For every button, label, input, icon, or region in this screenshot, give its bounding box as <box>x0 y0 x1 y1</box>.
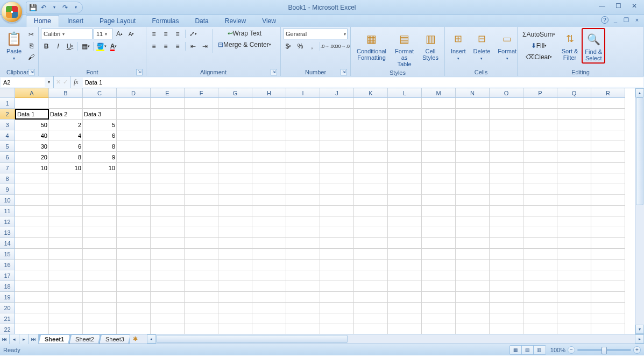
cell-L9[interactable] <box>388 184 422 195</box>
cell-D6[interactable] <box>117 152 151 163</box>
cell-K12[interactable] <box>354 216 388 227</box>
redo-icon[interactable]: ↷ <box>61 3 69 12</box>
cell-M19[interactable] <box>422 292 456 303</box>
increase-decimal-button[interactable]: .0→.00 <box>322 41 335 52</box>
cell-O15[interactable] <box>490 249 523 260</box>
tab-formulas[interactable]: Formulas <box>144 15 187 27</box>
cell-I21[interactable] <box>286 313 320 324</box>
cell-Q11[interactable] <box>557 206 591 216</box>
scroll-left-button[interactable]: ◂ <box>147 334 156 344</box>
cell-K18[interactable] <box>354 281 388 292</box>
cell-Q19[interactable] <box>557 292 591 303</box>
cell-A3[interactable]: 50 <box>15 120 49 130</box>
cell-N20[interactable] <box>456 303 490 313</box>
cell-F14[interactable] <box>185 238 218 249</box>
cell-R11[interactable] <box>591 206 625 216</box>
cell-B14[interactable] <box>49 238 83 249</box>
cell-Q10[interactable] <box>557 195 591 206</box>
cell-N12[interactable] <box>456 216 490 227</box>
cell-E9[interactable] <box>151 184 185 195</box>
cell-B21[interactable] <box>49 313 83 324</box>
row-header-7[interactable]: 7 <box>0 163 15 173</box>
cell-A17[interactable] <box>15 270 49 281</box>
col-header-P[interactable]: P <box>523 88 557 98</box>
maximize-button[interactable]: ☐ <box>611 1 626 11</box>
cell-G20[interactable] <box>218 303 252 313</box>
merge-center-button[interactable]: ⊟ Merge & Center ▾ <box>215 39 274 50</box>
col-header-M[interactable]: M <box>422 88 456 98</box>
cell-E7[interactable] <box>151 163 185 173</box>
cell-O2[interactable] <box>490 109 523 120</box>
cell-L4[interactable] <box>388 130 422 141</box>
cell-B12[interactable] <box>49 216 83 227</box>
cell-B15[interactable] <box>49 249 83 260</box>
cell-C2[interactable]: Data 3 <box>83 109 117 120</box>
cell-F6[interactable] <box>185 152 218 163</box>
minimize-ribbon-icon[interactable]: _ <box>612 16 619 24</box>
horizontal-scrollbar[interactable]: ◂ ▸ <box>147 334 644 344</box>
cell-M14[interactable] <box>422 238 456 249</box>
cell-O10[interactable] <box>490 195 523 206</box>
save-icon[interactable]: 💾 <box>29 3 37 12</box>
font-launcher[interactable]: ⇲ <box>136 69 143 75</box>
cell-M8[interactable] <box>422 173 456 184</box>
cell-I14[interactable] <box>286 238 320 249</box>
cell-O7[interactable] <box>490 163 523 173</box>
cell-L14[interactable] <box>388 238 422 249</box>
row-header-15[interactable]: 15 <box>0 249 15 260</box>
cell-D20[interactable] <box>117 303 151 313</box>
undo-icon[interactable]: ↶ <box>39 3 48 12</box>
cell-O3[interactable] <box>490 120 523 130</box>
hscroll-thumb[interactable] <box>156 335 348 343</box>
cell-O16[interactable] <box>490 260 523 270</box>
number-launcher[interactable]: ⇲ <box>341 69 347 75</box>
cell-F5[interactable] <box>185 141 218 152</box>
fill-color-button[interactable]: 🪣▾ <box>96 41 107 52</box>
cell-E3[interactable] <box>151 120 185 130</box>
cell-Q5[interactable] <box>557 141 591 152</box>
cell-M22[interactable] <box>422 324 456 334</box>
cell-I2[interactable] <box>286 109 320 120</box>
cell-C15[interactable] <box>83 249 117 260</box>
cell-N4[interactable] <box>456 130 490 141</box>
row-header-1[interactable]: 1 <box>0 98 15 109</box>
cell-I20[interactable] <box>286 303 320 313</box>
cell-R21[interactable] <box>591 313 625 324</box>
cell-J7[interactable] <box>320 163 354 173</box>
cell-G12[interactable] <box>218 216 252 227</box>
cell-M20[interactable] <box>422 303 456 313</box>
cell-C20[interactable] <box>83 303 117 313</box>
cell-J1[interactable] <box>320 98 354 109</box>
cell-M11[interactable] <box>422 206 456 216</box>
cell-O6[interactable] <box>490 152 523 163</box>
cell-A7[interactable]: 10 <box>15 163 49 173</box>
cell-M16[interactable] <box>422 260 456 270</box>
col-header-N[interactable]: N <box>456 88 490 98</box>
cell-R16[interactable] <box>591 260 625 270</box>
cell-L3[interactable] <box>388 120 422 130</box>
sheet-tab-sheet2[interactable]: Sheet2 <box>69 335 100 344</box>
cell-H9[interactable] <box>252 184 286 195</box>
border-button[interactable]: ▦▾ <box>80 41 91 52</box>
cell-F13[interactable] <box>185 227 218 238</box>
next-sheet-button[interactable]: ▸ <box>19 334 29 344</box>
cell-M17[interactable] <box>422 270 456 281</box>
cell-H6[interactable] <box>252 152 286 163</box>
cell-J9[interactable] <box>320 184 354 195</box>
cell-P7[interactable] <box>523 163 557 173</box>
cell-P22[interactable] <box>523 324 557 334</box>
cell-M4[interactable] <box>422 130 456 141</box>
cell-F17[interactable] <box>185 270 218 281</box>
cell-N13[interactable] <box>456 227 490 238</box>
sheet-tab-sheet1[interactable]: Sheet1 <box>39 335 70 344</box>
cell-G5[interactable] <box>218 141 252 152</box>
cell-P19[interactable] <box>523 292 557 303</box>
first-sheet-button[interactable]: ⏮ <box>0 334 10 344</box>
cell-N7[interactable] <box>456 163 490 173</box>
cell-C4[interactable]: 6 <box>83 130 117 141</box>
align-bottom-button[interactable]: ≡ <box>172 29 183 39</box>
cell-I8[interactable] <box>286 173 320 184</box>
page-layout-view-button[interactable]: ▤ <box>522 346 534 354</box>
cell-I6[interactable] <box>286 152 320 163</box>
col-header-C[interactable]: C <box>83 88 117 98</box>
